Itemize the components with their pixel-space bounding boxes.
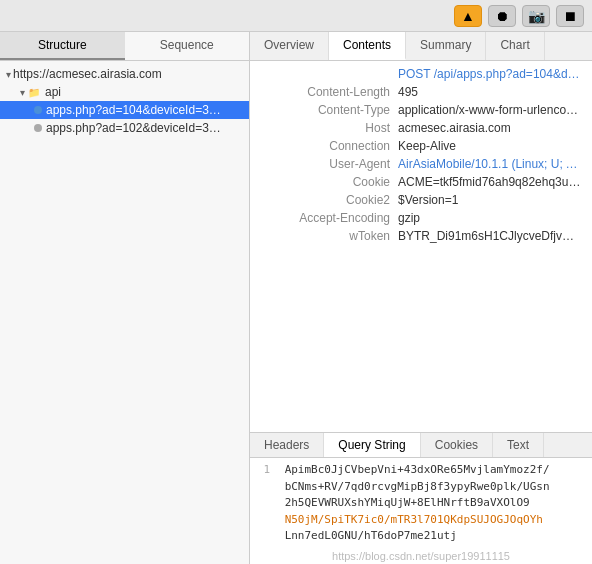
- left-tab-bar: Structure Sequence: [0, 32, 249, 61]
- content-key-4: Connection: [258, 139, 398, 153]
- content-row-1: Content-Length 495: [250, 83, 592, 101]
- content-key-3: Host: [258, 121, 398, 135]
- content-val-9: BYTR_Di91m6sH1CJlycveDfjvmzXv8nr: [398, 229, 584, 243]
- bottom-text-line5: Lnn7edL0GNU/hT6doP7me21utj: [285, 529, 457, 542]
- tree-item-apps2[interactable]: apps.php?ad=102&deviceId=3…: [0, 119, 249, 137]
- tab-overview[interactable]: Overview: [250, 32, 329, 60]
- content-row-6: Cookie ACME=tkf5fmid76ah9q82ehq3u8s5v4: [250, 173, 592, 191]
- content-key-9: wToken: [258, 229, 398, 243]
- content-key-7: Cookie2: [258, 193, 398, 207]
- tab-summary[interactable]: Summary: [406, 32, 486, 60]
- content-val-3: acmesec.airasia.com: [398, 121, 584, 135]
- bottom-text-line1: ApimBc0JjCVbepVni+43dxORe65MvjlamYmoz2f/: [285, 463, 550, 476]
- bottom-text-line4: N50jM/SpiTK7ic0/mTR3l701QKdpSUJOGJOqOYh: [285, 513, 543, 526]
- content-val-2: application/x-www-form-urlencoded: [398, 103, 584, 117]
- file-dot-gray-icon: [34, 124, 42, 132]
- content-row-4: Connection Keep-Alive: [250, 137, 592, 155]
- tree-label-apps2: apps.php?ad=102&deviceId=3…: [46, 121, 221, 135]
- stop-button[interactable]: ⏹: [556, 5, 584, 27]
- tree-label-apps1: apps.php?ad=104&deviceId=3…: [46, 103, 221, 117]
- bottom-content-line1: 1 ApimBc0JjCVbepVni+43dxORe65MvjlamYmoz2…: [258, 462, 584, 479]
- tree-label-root: https://acmesec.airasia.com: [13, 67, 162, 81]
- tab-cookies[interactable]: Cookies: [421, 433, 493, 457]
- tree-view: ▾ https://acmesec.airasia.com ▾ 📁 api ap…: [0, 61, 249, 564]
- content-row-0: POST /api/apps.php?ad=104&deviceId: [250, 65, 592, 83]
- left-panel: Structure Sequence ▾ https://acmesec.air…: [0, 32, 250, 564]
- cursor-button[interactable]: ▲: [454, 5, 482, 27]
- bottom-text-line3: 2h5QEVWRUXshYMiqUjW+8ElHNrftB9aVXOlO9: [285, 496, 530, 509]
- tab-chart[interactable]: Chart: [486, 32, 544, 60]
- content-row-5: User-Agent AirAsiaMobile/10.1.1 (Linux; …: [250, 155, 592, 173]
- camera-button[interactable]: 📷: [522, 5, 550, 27]
- folder-icon: 📁: [27, 85, 41, 99]
- content-key-2: Content-Type: [258, 103, 398, 117]
- right-panel: Overview Contents Summary Chart POST /ap…: [250, 32, 592, 564]
- bottom-content-line3: 2h5QEVWRUXshYMiqUjW+8ElHNrftB9aVXOlO9: [258, 495, 584, 512]
- content-val-4: Keep-Alive: [398, 139, 584, 153]
- content-row-3: Host acmesec.airasia.com: [250, 119, 592, 137]
- tab-structure[interactable]: Structure: [0, 32, 125, 60]
- content-key-8: Accept-Encoding: [258, 211, 398, 225]
- tree-item-apps1[interactable]: apps.php?ad=104&deviceId=3…: [0, 101, 249, 119]
- tab-sequence[interactable]: Sequence: [125, 32, 250, 60]
- content-area: POST /api/apps.php?ad=104&deviceId Conte…: [250, 61, 592, 432]
- content-row-2: Content-Type application/x-www-form-urle…: [250, 101, 592, 119]
- tab-text[interactable]: Text: [493, 433, 544, 457]
- line-number: 1: [258, 462, 270, 479]
- tree-arrow-root: ▾: [6, 69, 11, 80]
- main-layout: Structure Sequence ▾ https://acmesec.air…: [0, 32, 592, 564]
- content-val-5: AirAsiaMobile/10.1.1 (Linux; U; Android: [398, 157, 584, 171]
- file-dot-blue-icon: [34, 106, 42, 114]
- bottom-text-line2: bCNms+RV/7qd0rcvgMipBj8f3ypyRwe0plk/UGsn: [285, 480, 550, 493]
- content-val-6: ACME=tkf5fmid76ah9q82ehq3u8s5v4: [398, 175, 584, 189]
- bottom-tab-bar: Headers Query String Cookies Text: [250, 432, 592, 458]
- record-button[interactable]: ⏺: [488, 5, 516, 27]
- content-row-9: wToken BYTR_Di91m6sH1CJlycveDfjvmzXv8nr: [250, 227, 592, 245]
- watermark: https://blog.csdn.net/super19911115: [250, 548, 592, 564]
- tab-contents[interactable]: Contents: [329, 32, 406, 60]
- content-key-6: Cookie: [258, 175, 398, 189]
- content-row-8: Accept-Encoding gzip: [250, 209, 592, 227]
- right-tab-bar: Overview Contents Summary Chart: [250, 32, 592, 61]
- content-key-0: [258, 67, 398, 81]
- toolbar: ▲ ⏺ 📷 ⏹: [0, 0, 592, 32]
- tree-label-api: api: [45, 85, 61, 99]
- content-key-1: Content-Length: [258, 85, 398, 99]
- content-key-5: User-Agent: [258, 157, 398, 171]
- tree-arrow-api: ▾: [20, 87, 25, 98]
- bottom-content-area: 1 ApimBc0JjCVbepVni+43dxORe65MvjlamYmoz2…: [250, 458, 592, 548]
- content-row-7: Cookie2 $Version=1: [250, 191, 592, 209]
- content-val-7: $Version=1: [398, 193, 584, 207]
- tree-item-api[interactable]: ▾ 📁 api: [0, 83, 249, 101]
- tab-headers[interactable]: Headers: [250, 433, 324, 457]
- bottom-content-line2: bCNms+RV/7qd0rcvgMipBj8f3ypyRwe0plk/UGsn: [258, 479, 584, 496]
- bottom-content-line4: N50jM/SpiTK7ic0/mTR3l701QKdpSUJOGJOqOYh: [258, 512, 584, 529]
- bottom-content-line5: Lnn7edL0GNU/hT6doP7me21utj: [258, 528, 584, 545]
- content-val-8: gzip: [398, 211, 584, 225]
- tree-item-root[interactable]: ▾ https://acmesec.airasia.com: [0, 65, 249, 83]
- tab-query-string[interactable]: Query String: [324, 433, 420, 457]
- content-val-1: 495: [398, 85, 584, 99]
- content-val-0: POST /api/apps.php?ad=104&deviceId: [398, 67, 584, 81]
